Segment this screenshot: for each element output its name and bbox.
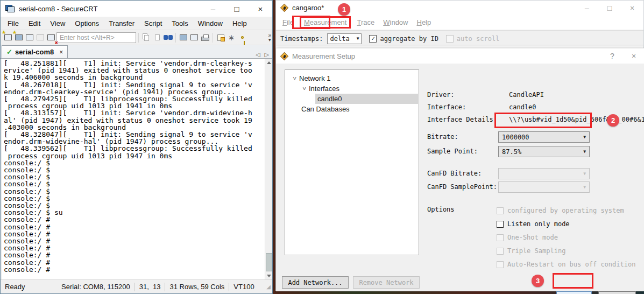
option-row[interactable]: Triple Sampling [497,246,565,256]
chevron-expand-icon[interactable]: > [301,86,307,92]
find-icon[interactable] [162,32,173,43]
timestamps-label: Timestamps: [280,35,323,43]
connect-in-tab-icon[interactable] [24,32,35,43]
menu-item[interactable]: Tools [167,18,193,29]
network-tree: > Network 1 > Interfaces > candle0 [285,69,419,255]
menu-item[interactable]: Script [139,18,167,29]
bitrate-dropdown[interactable]: 1000000▼ [498,131,590,143]
menu-item[interactable]: Window [193,18,228,29]
toolbar-overflow-icon[interactable]: »▾ [268,33,271,42]
properties-icon[interactable] [215,32,226,43]
key-agent-icon[interactable] [237,32,247,43]
remove-network-button: Remove Network [353,276,420,289]
menu-item[interactable]: Trace [352,16,379,29]
menu-item[interactable]: View [45,18,70,29]
cangaroo-window-title: cangaroo* [292,4,576,12]
canfd-bitrate-label: CanFD Bitrate: [427,170,482,177]
scroll-down-icon[interactable] [265,272,273,279]
option-row[interactable]: Listen only mode [497,219,570,229]
tree-item[interactable]: > Network 1 [285,73,419,83]
tab-scroll-right-icon[interactable]: ▷ [265,51,269,58]
terminal-line: console:/ $ [4,188,264,195]
terminal-line: process cgroup uid 1013 pid 1947 in 0ms [4,152,264,159]
menu-item[interactable]: File [278,16,298,29]
disconnect-icon[interactable]: × [46,32,56,43]
terminal-line: [ 48.339562][ T1] libprocessgroup: Succe… [4,145,264,152]
tree-item[interactable]: > Can Databases [285,104,419,114]
step3-badge: 3 [532,275,544,287]
chevron-down-icon: ▼ [583,135,586,139]
scrollbar-thumb[interactable] [266,253,272,271]
cancel-button[interactable]: Cancel [598,291,636,294]
connect-icon[interactable]: ★ [3,32,13,43]
host-input[interactable]: Enter host <Alt+R> [56,32,136,43]
minimize-button[interactable]: – [576,1,598,15]
tree-item[interactable]: > candle0 [285,94,419,104]
menu-item[interactable]: Help [228,18,252,29]
terminal-line: [ 48.267018][ T1] init: Sending signal 9… [4,81,264,88]
timestamps-dropdown[interactable]: delta▼ [327,33,362,44]
option-row[interactable]: One-Shot mode [497,233,558,242]
securecrt-menubar: FileEditViewOptionsTransferScriptToolsWi… [1,17,272,30]
chevron-down-icon: ▼ [583,149,586,154]
tab-serial-com8[interactable]: ✓ serial-com8 × [2,45,68,58]
tree-item[interactable]: > Interfaces [285,83,419,94]
interface-label: Interface: [427,103,466,111]
canfd-sample-point-dropdown: ▼ [498,181,590,193]
sample-point-dropdown[interactable]: 87.5%▼ [498,146,590,157]
menu-item[interactable]: Edit [24,18,45,29]
securecrt-tabbar: ✓ serial-com8 × ◁ ▷ [1,45,272,58]
cangaroo-toolbar: Timestamps: delta▼ ✓ aggregate by ID aut… [276,30,643,46]
terminal-line: console:/ # [4,266,264,273]
menu-item[interactable]: Window [379,16,412,29]
help-button[interactable]: ? [601,48,623,64]
close-button[interactable]: × [621,1,643,15]
checkbox [497,234,504,241]
terminal-scrollbar[interactable] [265,59,272,279]
chevron-down-icon: ▼ [357,36,359,41]
scroll-up-icon[interactable] [265,59,273,66]
interface-value: candle0 [509,103,536,111]
cangaroo-menubar: FileMeasurementTraceWindowHelp [276,15,643,30]
status-cursor-position: 31, 13 [135,283,165,291]
settings-icon[interactable]: ∗ [226,32,237,43]
tab-close-icon[interactable]: × [59,48,63,56]
minimize-button[interactable]: – [201,1,225,17]
print-icon[interactable] [200,32,210,43]
option-row[interactable]: Auto-Restart on bus off condition [497,260,635,269]
measurement-setup-dialog: Measurement Setup ? × > Network 1 > [276,48,644,291]
maximize-button[interactable]: □ [598,1,621,15]
maximize-button[interactable]: □ [225,1,249,17]
checkbox [497,221,504,228]
interface-details-label: Interface Details: [427,116,497,123]
aggregate-by-id-checkbox[interactable]: ✓ [369,35,377,43]
step1-badge: 1 [338,3,350,16]
chevron-expand-icon[interactable]: > [292,76,298,81]
menu-item[interactable]: Options [70,18,104,29]
securecrt-app-icon [5,5,15,13]
add-network-button[interactable]: Add Network... [282,276,349,289]
menu-item[interactable]: Help [412,16,435,29]
sample-point-label: Sample Point: [427,148,478,155]
securecrt-titlebar: serial-com8 - SecureCRT – □ × [1,1,272,17]
cangaroo-app-icon [280,4,288,12]
terminal-area: [ 48.251881][ T1] init: Service 'vendor.… [1,58,272,279]
menu-item[interactable]: Measurement [300,16,351,29]
quick-connect-icon[interactable]: ★ [13,32,24,43]
close-button[interactable]: × [249,1,272,17]
aggregate-by-id-label: aggregate by ID [380,35,438,43]
tab-scroll-left-icon[interactable]: ◁ [256,51,260,58]
close-button[interactable]: × [623,48,644,64]
menu-item[interactable]: File [3,18,24,29]
clone-session-icon[interactable] [189,32,200,43]
tab-label: serial-com8 [15,48,54,56]
menu-item[interactable]: Transfer [104,18,139,29]
terminal-output[interactable]: [ 48.251881][ T1] init: Service 'vendor.… [2,59,264,279]
option-row[interactable]: configured by operating system [497,206,624,215]
dialog-icon [280,52,288,60]
reconnect-icon [35,32,46,43]
session-options-icon[interactable] [178,32,189,43]
resize-grip-icon: ◢ [266,284,271,290]
ok-button[interactable]: OK [556,291,592,294]
tab-connected-icon: ✓ [6,48,12,56]
